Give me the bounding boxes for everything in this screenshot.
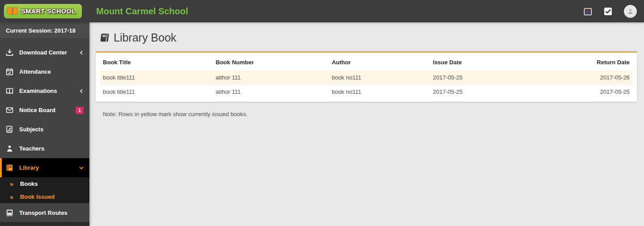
logo-text: SMART SCHOOL [21,8,76,15]
col-book-number: Book Number [213,53,329,71]
cell-author: book no111 [329,71,430,85]
table-header-row: Book Title Book Number Author Issue Date… [100,53,632,71]
notice-count-badge: 1 [76,107,84,114]
smart-school-logo[interactable]: SMART SCHOOL [4,4,82,18]
tasks-check-icon[interactable] [604,7,612,16]
sidebar-item-transport-routes[interactable]: Transport Routes [0,203,89,222]
bus-icon [6,209,13,217]
sidebar-item-label: Attendance [19,68,51,75]
sidebar-item-label: Transport Routes [19,209,68,216]
current-session-label: Current Session: 2017-18 [0,22,89,39]
sidebar-item-notice-board[interactable]: Notice Board 1 [0,100,89,120]
calendar-icon[interactable] [584,7,592,16]
sidebar-item-download-center[interactable]: Download Center [0,43,89,62]
chevron-down-icon [79,166,84,170]
sidebar-item-attendance[interactable]: Attendance [0,62,89,81]
book-pencil-icon [6,126,13,133]
col-issue-date: Issue Date [430,53,542,71]
page-title-text: Library Book [114,31,176,44]
logo-area: SMART SCHOOL [0,0,89,22]
sidebar-item-label: Teachers [19,145,44,152]
sidebar-menu: Download Center Attendance [0,39,89,222]
library-book-icon [99,33,110,43]
sidebar: Current Session: 2017-18 Download Center [0,22,89,226]
library-book-card: Book Title Book Number Author Issue Date… [96,51,637,102]
chevron-left-icon [79,89,84,93]
submenu-item-label: Book Issued [20,193,55,200]
topbar: SMART SCHOOL Mount Carmel School [0,0,644,22]
cell-book-number: aithor 111 [213,71,329,85]
sidebar-bottom-strip [0,222,89,226]
chevron-left-icon [79,50,84,55]
cell-book-title: book title111 [100,85,213,99]
table-note: Note: Rows in yellow mark show currently… [103,111,637,117]
submenu-item-book-issued[interactable]: » Book Issued [0,190,89,203]
table-row: book title111 aithor 111 book no111 2017… [100,71,632,85]
user-avatar[interactable] [624,5,637,18]
book-icon [6,164,13,172]
cell-return-date: 2017-05-25 [542,85,632,99]
sidebar-item-label: Download Center [19,49,67,56]
sidebar-item-examinations[interactable]: Examinations [0,81,89,100]
open-book-icon [6,87,13,95]
cell-issue-date: 2017-05-25 [430,85,542,99]
sidebar-item-subjects[interactable]: Subjects [0,120,89,139]
cell-book-number: aithor 111 [213,85,329,99]
teacher-icon [6,145,13,152]
school-name: Mount Carmel School [96,6,188,17]
sidebar-item-label: Notice Board [19,107,55,113]
books-table: Book Title Book Number Author Issue Date… [100,53,632,99]
sidebar-item-label: Examinations [19,88,57,94]
topbar-actions [584,5,644,18]
library-submenu: » Books » Book Issued [0,177,89,203]
logo-book-icon [7,6,18,16]
cell-author: book no111 [329,85,430,99]
col-return-date: Return Date [542,53,632,71]
envelope-icon [6,106,13,114]
col-book-title: Book Title [100,53,213,71]
submenu-item-books[interactable]: » Books [0,177,89,190]
double-arrow-icon: » [10,193,13,201]
sidebar-item-label: Subjects [19,126,43,133]
sidebar-item-teachers[interactable]: Teachers [0,139,89,158]
cell-book-title: book title111 [100,71,213,85]
submenu-item-label: Books [20,180,38,187]
page-title: Library Book [89,22,644,51]
cell-issue-date: 2017-05-25 [430,71,542,85]
download-icon [6,49,13,56]
cell-return-date: 2017-05-26 [542,71,632,85]
col-author: Author [329,53,430,71]
main-content: Library Book Book Title Book Number Auth… [89,22,644,226]
calendar-check-icon [6,68,13,75]
sidebar-item-library[interactable]: Library [0,158,89,177]
sidebar-item-label: Library [19,164,39,171]
double-arrow-icon: » [10,180,13,188]
table-row: book title111 aithor 111 book no111 2017… [100,85,632,99]
